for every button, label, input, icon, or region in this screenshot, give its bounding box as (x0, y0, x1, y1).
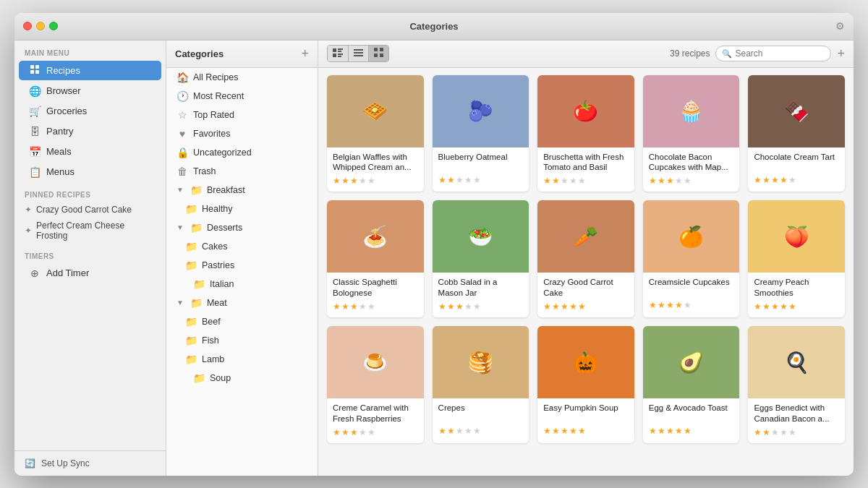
recipe-card[interactable]: 🍳Eggs Benedict with Canadian Bacon a...★… (748, 326, 845, 443)
cat-most-recent-label: Most Recent (193, 91, 244, 101)
view-list-button[interactable] (349, 46, 369, 61)
folder-cakes-icon: 📁 (185, 241, 197, 252)
pinned-label-1: Perfect Cream Cheese Frosting (36, 221, 156, 241)
folder-breakfast-icon: 📁 (190, 184, 202, 196)
add-recipe-button[interactable]: + (837, 46, 845, 61)
recipes-count: 39 recipes (670, 48, 710, 59)
cat-trash[interactable]: 🗑 Trash (166, 162, 318, 181)
cat-pastries[interactable]: 📁 Pastries (166, 256, 318, 275)
timers-label: TIMERS (14, 244, 166, 263)
recipes-grid: 🧇Belgian Waffles with Whipped Cream an..… (318, 68, 854, 476)
recipe-card[interactable]: 🧇Belgian Waffles with Whipped Cream an..… (327, 75, 424, 192)
sync-button[interactable]: 🔄 Set Up Sync (14, 450, 166, 476)
cat-meat[interactable]: ▼ 📁 Meat (166, 294, 318, 312)
cat-soup-label: Soup (210, 373, 231, 383)
categories-add-button[interactable]: + (301, 47, 309, 60)
recipe-name: Chocolate Bacon Cupcakes with Map... (649, 152, 734, 174)
pinned-label-0: Crazy Good Carrot Cake (36, 205, 132, 215)
cat-healthy[interactable]: 📁 Healthy (166, 200, 318, 218)
view-grid-button[interactable] (369, 46, 388, 61)
folder-desserts-icon: 📁 (190, 222, 202, 234)
gear-icon[interactable]: ⚙ (835, 20, 845, 32)
pinned-cream-cheese[interactable]: ✦ Perfect Cream Cheese Frosting (14, 218, 166, 244)
chevron-breakfast: ▼ (176, 186, 184, 194)
svg-rect-0 (30, 65, 34, 69)
cat-lamb-label: Lamb (202, 354, 224, 364)
cat-fish[interactable]: 📁 Fish (166, 331, 318, 350)
svg-rect-6 (338, 51, 341, 52)
cat-fish-label: Fish (202, 335, 219, 346)
groceries-icon: 🛒 (29, 106, 41, 117)
recipe-card[interactable]: 🍊Creamsicle Cupcakes★★★★★ (643, 200, 740, 317)
recipe-name: Crazy Good Carrot Cake (543, 277, 629, 299)
recipes-panel: 39 recipes 🔍 + 🧇Belgian Waffles with Whi… (318, 40, 854, 476)
browser-label: Browser (46, 85, 81, 96)
recipe-card[interactable]: 🍑Creamy Peach Smoothies★★★★★ (748, 200, 845, 317)
search-input[interactable] (735, 48, 822, 59)
recipe-rating: ★★★★★ (754, 175, 839, 185)
svg-rect-9 (338, 56, 341, 57)
recipe-name: Crepes (438, 403, 524, 423)
cat-favorites[interactable]: ♥ Favorites (166, 124, 318, 143)
recipe-card[interactable]: 🍝Classic Spaghetti Bolognese★★★★★ (327, 200, 424, 317)
recipe-image: 🥑 (643, 326, 740, 398)
cat-top-rated[interactable]: ☆ Top Rated (166, 106, 318, 124)
home-icon: 🏠 (176, 72, 188, 83)
traffic-lights (23, 22, 58, 30)
cat-most-recent[interactable]: 🕐 Most Recent (166, 87, 318, 106)
pinned-carrot-cake[interactable]: ✦ Crazy Good Carrot Cake (14, 202, 166, 218)
recipe-card[interactable]: 🍫Chocolate Cream Tart★★★★★ (748, 75, 845, 192)
recipe-card[interactable]: 🧁Chocolate Bacon Cupcakes with Map...★★★… (643, 75, 740, 192)
recipe-card[interactable]: 🥞Crepes★★★★★ (433, 326, 529, 443)
cat-beef[interactable]: 📁 Beef (166, 312, 318, 331)
maximize-button[interactable] (49, 22, 58, 30)
close-button[interactable] (23, 22, 32, 30)
main-layout: MAIN MENU Recipes 🌐 Browser 🛒 Groceries … (14, 40, 854, 476)
recipe-card[interactable]: 🥑Egg & Avocado Toast★★★★★ (643, 326, 740, 443)
sidebar-item-pantry[interactable]: 🗄 Pantry (19, 122, 161, 141)
sidebar: MAIN MENU Recipes 🌐 Browser 🛒 Groceries … (14, 40, 166, 476)
folder-healthy-icon: 📁 (185, 203, 197, 215)
recipe-rating: ★★★★★ (649, 176, 734, 186)
sidebar-item-meals[interactable]: 📅 Meals (19, 142, 161, 161)
cat-breakfast[interactable]: ▼ 📁 Breakfast (166, 181, 318, 200)
pantry-label: Pantry (46, 126, 74, 137)
cat-soup[interactable]: 📁 Soup (166, 369, 318, 388)
recipe-card[interactable]: 🥕Crazy Good Carrot Cake★★★★★ (537, 200, 634, 317)
sidebar-item-recipes[interactable]: Recipes (19, 61, 161, 80)
svg-rect-2 (30, 70, 34, 74)
recipe-image: 🍫 (748, 75, 845, 147)
recipe-card[interactable]: 🥗Cobb Salad in a Mason Jar★★★★★ (433, 200, 529, 317)
recipe-image: 🎃 (537, 326, 634, 398)
view-toggle (327, 45, 389, 62)
recipe-image: 🍮 (327, 326, 424, 398)
cat-lamb[interactable]: 📁 Lamb (166, 350, 318, 369)
sidebar-item-groceries[interactable]: 🛒 Groceries (19, 102, 161, 121)
recipe-rating: ★★★★★ (543, 426, 629, 436)
recipe-card[interactable]: 🍮Creme Caramel with Fresh Raspberries★★★… (327, 326, 424, 443)
folder-meat-icon: 📁 (190, 297, 202, 309)
add-timer-button[interactable]: ⊕ Add Timer (19, 264, 161, 283)
cat-uncategorized[interactable]: 🔒 Uncategorized (166, 143, 318, 162)
pin-icon-1: ✦ (25, 226, 32, 236)
recipes-label: Recipes (46, 65, 80, 76)
svg-rect-11 (354, 52, 363, 53)
recipe-image: 🍅 (537, 75, 634, 147)
folder-fish-icon: 📁 (185, 335, 197, 346)
sidebar-item-menus[interactable]: 📋 Menus (19, 163, 161, 181)
cat-desserts[interactable]: ▼ 📁 Desserts (166, 218, 318, 237)
recipe-name: Egg & Avocado Toast (649, 403, 734, 423)
cat-beef-label: Beef (202, 317, 221, 327)
sidebar-item-browser[interactable]: 🌐 Browser (19, 82, 161, 100)
cat-cakes[interactable]: 📁 Cakes (166, 237, 318, 256)
view-list-detail-button[interactable] (328, 46, 349, 61)
recipe-card[interactable]: 🍅Bruschetta with Fresh Tomato and Basil★… (537, 75, 634, 192)
search-bar[interactable]: 🔍 (715, 46, 831, 61)
cat-cakes-label: Cakes (202, 241, 227, 252)
minimize-button[interactable] (36, 22, 45, 30)
recipe-card[interactable]: 🎃Easy Pumpkin Soup★★★★★ (537, 326, 634, 443)
cat-italian[interactable]: 📁 Italian (166, 275, 318, 294)
recipe-rating: ★★★★★ (333, 427, 418, 437)
recipe-card[interactable]: 🫐Blueberry Oatmeal★★★★★ (433, 75, 529, 192)
cat-all-recipes[interactable]: 🏠 All Recipes (166, 68, 318, 87)
